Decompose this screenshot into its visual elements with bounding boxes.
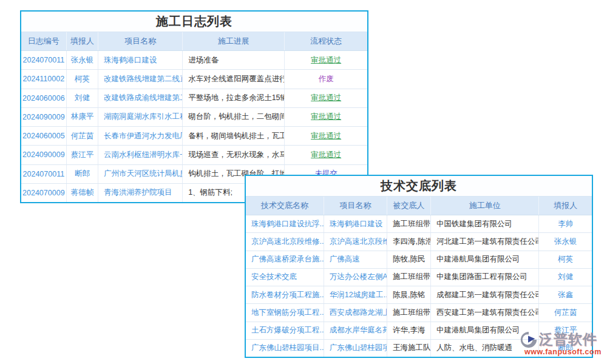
disclosure-name-link[interactable]: 广佛高速桥梁承台施... — [246, 251, 324, 268]
log-status-link[interactable]: 审批通过 — [285, 146, 367, 164]
log-project-link[interactable]: 云南水利枢纽潜明水库一... — [98, 146, 183, 164]
column-header-project: 项目名称 — [98, 32, 183, 50]
disclosure-table-row[interactable]: 广东佛山碧桂园项目... 广东佛山碧桂园项目 王海施工队全队 人防、水电、消防暖… — [246, 339, 592, 357]
log-status-link[interactable]: 审批通过 — [285, 108, 367, 126]
disclosure-table-row[interactable]: 广佛高速桥梁承台施... 广佛高速 陈牧,陈民 中建港航局集团有限公司 柯英 — [246, 251, 592, 268]
log-reporter-link[interactable]: 何芷茵 — [67, 127, 98, 145]
column-header-disclosure-name: 技术交底名称 — [246, 197, 324, 215]
construction-log-header-row: 日志编号 填报人 项目名称 施工进展 流程状态 — [21, 32, 367, 51]
log-status-link[interactable]: 作废 — [285, 70, 367, 88]
disclosure-name-link[interactable]: 京沪高速北京段维修... — [246, 233, 324, 250]
disclosure-name-link[interactable]: 土石方爆破分项工程... — [246, 322, 324, 339]
column-header-status: 流程状态 — [285, 32, 367, 50]
disclosure-reporter-link[interactable]: 李帅 — [539, 215, 592, 232]
technical-disclosure-header-row: 技术交底名称 项目名称 被交底人 施工单位 填报人 — [246, 197, 592, 215]
log-reporter-link[interactable]: 蔡江平 — [67, 146, 98, 164]
log-table-row[interactable]: 2024090009 蔡江平 云南水利枢纽潜明水库一... 现场巡查，无积水现象… — [21, 145, 367, 164]
log-status-link[interactable]: 审批通过 — [285, 51, 367, 69]
construction-unit-text: 成都建工第一建筑有限责任公司 — [431, 286, 539, 303]
log-progress-text: 备料，砌间墙钩机排土，瓦工... — [183, 127, 285, 145]
disclosure-table-row[interactable]: 安全技术交底 万达办公楼左侧A... 施工班组带班... 中建集团路面工程有限公… — [246, 268, 592, 286]
disclosure-name-link[interactable]: 地下室钢筋分项工程... — [246, 304, 324, 321]
log-id-link[interactable]: 2024060005 — [21, 127, 67, 145]
column-header-disclosed-person: 被交底人 — [387, 197, 431, 215]
log-table-row[interactable]: 2024060006 刘健 改建铁路成渝线增建第二... 平整场地，拉走多余泥土… — [21, 89, 367, 107]
log-id-link[interactable]: 2024110002 — [21, 70, 67, 88]
log-project-link[interactable]: 改建铁路成渝线增建第二... — [98, 89, 183, 107]
disclosure-project-link[interactable]: 京沪高速北京段维修 — [324, 233, 387, 250]
log-reporter-link[interactable]: 林康平 — [67, 108, 98, 126]
log-progress-text: 砌台阶，钩机排土，二包砌间... — [183, 108, 285, 126]
disclosure-name-link[interactable]: 广东佛山碧桂园项目... — [246, 340, 324, 357]
disclosure-table-row[interactable]: 土石方爆破分项工程... 成都水岸华庭名苑... 许华,李海 中建港航局集团有限… — [246, 322, 592, 339]
construction-unit-text: 中建港航局集团有限公司 — [431, 251, 539, 268]
disclosure-name-link[interactable]: 珠海鹤港口建设抗浮... — [246, 215, 324, 232]
disclosure-table-row[interactable]: 防水卷材分项工程施... 华润12城房建工... 陈晨,陈铭 成都建工第一建筑有… — [246, 286, 592, 303]
disclosure-reporter-link[interactable]: 张鑫 — [539, 286, 592, 303]
log-progress-text: 平整场地，拉走多余泥土15辆... — [183, 89, 285, 107]
log-id-link[interactable]: 2024070011 — [21, 165, 67, 183]
log-status-link[interactable]: 审批通过 — [285, 89, 367, 107]
construction-unit-text: 西安建工第一建筑有限责任公司 — [431, 304, 539, 321]
log-reporter-link[interactable]: 蒋德帧 — [67, 184, 98, 202]
disclosed-person-text: 施工班组带班... — [387, 215, 431, 232]
disclosure-project-link[interactable]: 西安成都路龙湖上... — [324, 304, 387, 321]
disclosure-name-link[interactable]: 防水卷材分项工程施... — [246, 286, 324, 303]
disclosure-project-link[interactable]: 广东佛山碧桂园项目 — [324, 340, 387, 357]
disclosure-project-link[interactable]: 华润12城房建工... — [324, 286, 387, 303]
construction-unit-text: 中国铁建集团有限公司 — [431, 215, 539, 232]
log-project-link[interactable]: 青海洪湖养护院项目 — [98, 184, 183, 202]
disclosure-project-link[interactable]: 成都水岸华庭名苑... — [324, 322, 387, 339]
log-id-link[interactable]: 2024090009 — [21, 108, 67, 126]
log-table-row[interactable]: 2024110002 柯英 改建铁路线增建第二线直... 水车对全线遮阳网覆盖点… — [21, 69, 367, 88]
log-reporter-link[interactable]: 柯英 — [67, 70, 98, 88]
log-reporter-link[interactable]: 张永银 — [67, 51, 98, 69]
log-table-row[interactable]: 2024070011 张永银 珠海鹤港口建设 进场准备 审批通过 — [21, 51, 367, 69]
disclosure-reporter-link[interactable]: 刘健 — [539, 269, 592, 286]
log-table-row[interactable]: 2024090009 林康平 湖南洞庭湖水库引水工程... 砌台阶，钩机排土，二… — [21, 107, 367, 126]
log-table-row[interactable]: 2024060005 何芷茵 长春市伊通河水力发电厂... 备料，砌间墙钩机排土… — [21, 126, 367, 145]
log-progress-text: 现场巡查，无积水现象，水马... — [183, 146, 285, 164]
disclosure-table-row[interactable]: 京沪高速北京段维修... 京沪高速北京段维修 李四海,陈浩 河北建工第一建筑有限… — [246, 232, 592, 250]
construction-unit-text: 河北建工第一建筑有限责任公司 — [431, 233, 539, 250]
log-status-link[interactable]: 审批通过 — [285, 127, 367, 145]
column-header-reporter: 填报人 — [539, 197, 592, 215]
disclosure-table-row[interactable]: 珠海鹤港口建设抗浮... 珠海鹤港口建设 施工班组带班... 中国铁建集团有限公… — [246, 215, 592, 232]
log-progress-text: 进场准备 — [183, 51, 285, 69]
technical-disclosure-body: 珠海鹤港口建设抗浮... 珠海鹤港口建设 施工班组带班... 中国铁建集团有限公… — [246, 215, 592, 357]
disclosure-reporter-link[interactable]: 断郎 — [539, 340, 592, 357]
disclosed-person-text: 李四海,陈浩 — [387, 233, 431, 250]
disclosure-reporter-link[interactable]: 柯英 — [539, 251, 592, 268]
disclosure-project-link[interactable]: 广佛高速 — [324, 251, 387, 268]
disclosure-reporter-link[interactable]: 何芷茵 — [539, 304, 592, 321]
log-project-link[interactable]: 长春市伊通河水力发电厂... — [98, 127, 183, 145]
disclosure-project-link[interactable]: 珠海鹤港口建设 — [324, 215, 387, 232]
log-id-link[interactable]: 2024070011 — [21, 51, 67, 69]
disclosed-person-text: 陈晨,陈铭 — [387, 286, 431, 303]
log-id-link[interactable]: 2024070009 — [21, 184, 67, 202]
disclosure-name-link[interactable]: 安全技术交底 — [246, 269, 324, 286]
disclosure-project-link[interactable]: 万达办公楼左侧A... — [324, 269, 387, 286]
column-header-log-id: 日志编号 — [21, 32, 67, 50]
log-reporter-link[interactable]: 刘健 — [67, 89, 98, 107]
disclosed-person-text: 施工班组带班... — [387, 269, 431, 286]
disclosure-reporter-link[interactable]: 张永银 — [539, 233, 592, 250]
column-header-reporter: 填报人 — [67, 32, 98, 50]
disclosed-person-text: 王海施工队全队 — [387, 340, 431, 357]
log-project-link[interactable]: 广州市天河区统计局机房... — [98, 165, 183, 183]
log-project-link[interactable]: 珠海鹤港口建设 — [98, 51, 183, 69]
column-header-progress: 施工进展 — [183, 32, 285, 50]
disclosed-person-text: 陈牧,陈民 — [387, 251, 431, 268]
column-header-construction-unit: 施工单位 — [431, 197, 539, 215]
disclosure-reporter-link[interactable]: 蔡江平 — [539, 322, 592, 339]
disclosure-table-row[interactable]: 地下室钢筋分项工程... 西安成都路龙湖上... 施工班组带班... 西安建工第… — [246, 303, 592, 321]
log-id-link[interactable]: 2024060006 — [21, 89, 67, 107]
technical-disclosure-table: 技术交底列表 技术交底名称 项目名称 被交底人 施工单位 填报人 珠海鹤港口建设… — [245, 175, 593, 358]
log-project-link[interactable]: 改建铁路线增建第二线直... — [98, 70, 183, 88]
disclosed-person-text: 施工班组带班... — [387, 304, 431, 321]
log-id-link[interactable]: 2024090009 — [21, 146, 67, 164]
log-project-link[interactable]: 湖南洞庭湖水库引水工程... — [98, 108, 183, 126]
column-header-project-name: 项目名称 — [324, 197, 387, 215]
construction-unit-text: 中建港航局集团有限公司 — [431, 322, 539, 339]
log-reporter-link[interactable]: 断郎 — [67, 165, 98, 183]
